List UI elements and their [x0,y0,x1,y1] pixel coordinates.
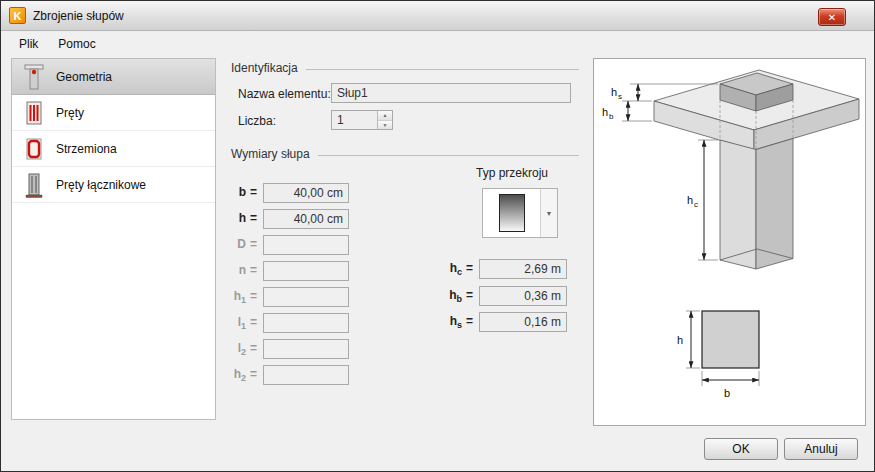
ok-button[interactable]: OK [704,438,778,460]
reinforcement-dialog: K Zbrojenie słupów ✕ Plik Pomoc Geometri… [0,0,875,472]
sidebar-item-label: Geometria [56,70,112,84]
dim-h-field[interactable] [263,209,349,229]
group-identification: Identyfikacja [231,61,579,75]
dim-h2-label: h2= [183,367,257,383]
sidebar-item-prety[interactable]: Pręty [12,95,215,131]
column-preview-panel: h s h b h c h b [593,58,866,426]
geometry-icon [22,63,46,91]
menu-pomoc[interactable]: Pomoc [48,33,105,55]
dim-hc-label: hc= [409,261,473,277]
sidebar-item-geometria[interactable]: Geometria [12,59,215,95]
h-dim-label: h [677,334,683,346]
menu-plik[interactable]: Plik [9,33,48,55]
column-drawing: h s h b h c h b [594,59,865,425]
spin-down-icon[interactable]: ▼ [378,121,392,130]
dim-hb-label: hb= [409,288,473,304]
count-label: Liczba: [238,114,276,128]
hc-dim-label: h [687,194,693,206]
dim-l2-label: l2= [183,341,257,357]
dim-b-label: b= [183,185,257,201]
menu-bar: Plik Pomoc [1,31,874,57]
hc-dim-sub: c [694,200,698,209]
link-bars-icon [22,171,46,199]
dim-h2-field [263,365,349,385]
dim-l1-label: l1= [183,315,257,331]
dim-h-label: h= [183,211,257,227]
dim-l1-field [263,313,349,333]
element-name-field[interactable] [331,83,571,103]
group-divider [306,69,579,70]
section-type-label: Typ przekroju [456,166,568,180]
section-type-dropdown[interactable]: ▼ [482,188,558,238]
sidebar-item-label: Pręty łącznikowe [56,178,146,192]
dim-n-label: n= [183,263,257,279]
dim-n-field [263,261,349,281]
group-dimensions: Wymiary słupa [231,147,579,161]
count-stepper: ▲ ▼ [331,110,393,130]
hs-dim-label: h [611,86,617,98]
sidebar-item-label: Pręty [56,106,84,120]
title-bar: K Zbrojenie słupów ✕ [1,1,874,31]
dim-h1-label: h1= [183,289,257,305]
stirrup-icon [22,135,46,163]
app-icon: K [9,7,26,24]
dim-h1-field [263,287,349,307]
element-name-label: Nazwa elementu: [238,87,331,101]
dim-D-label: D= [183,237,257,253]
dim-b-field[interactable] [263,183,349,203]
group-title: Wymiary słupa [231,147,310,161]
section-preview [483,189,540,237]
sidebar-item-strzemiona[interactable]: Strzemiona [12,131,215,167]
group-title: Identyfikacja [231,61,298,75]
group-divider [318,155,579,156]
dim-hs-label: hs= [409,314,473,330]
b-dim-label: b [724,387,730,399]
hb-dim-label: h [602,106,608,118]
sidebar-item-label: Strzemiona [56,142,117,156]
rebar-icon [22,99,46,127]
close-icon: ✕ [828,12,836,23]
dim-hs-field[interactable] [479,312,567,332]
hs-dim-sub: s [618,92,622,101]
chevron-down-icon[interactable]: ▼ [540,189,557,237]
spin-up-icon[interactable]: ▲ [378,111,392,121]
rect-section-swatch [499,194,525,232]
dim-l2-field [263,339,349,359]
hb-dim-sub: b [609,112,614,121]
cancel-button[interactable]: Anuluj [784,438,858,460]
dim-D-field [263,235,349,255]
window-title: Zbrojenie słupów [33,9,124,23]
dim-hb-field[interactable] [479,286,567,306]
dim-hc-field[interactable] [479,259,567,279]
close-button[interactable]: ✕ [818,8,846,26]
